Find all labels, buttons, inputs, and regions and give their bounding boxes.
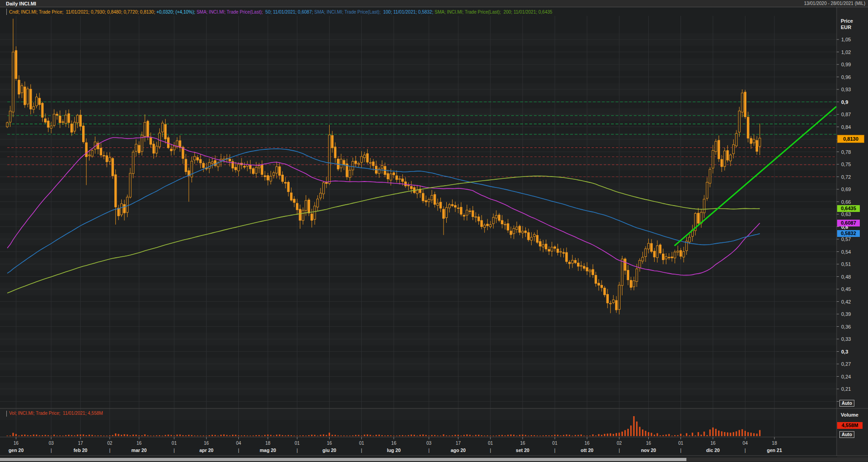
svg-text:01: 01 xyxy=(359,441,365,446)
svg-text:|: | xyxy=(490,447,491,453)
svg-text:0,72: 0,72 xyxy=(841,174,851,180)
legend-sma50-values: 50; 11/01/2021; 0,6087; xyxy=(264,10,314,15)
svg-text:02: 02 xyxy=(107,441,113,446)
svg-text:0,9: 0,9 xyxy=(841,99,848,105)
svg-text:16: 16 xyxy=(710,441,716,446)
svg-text:01: 01 xyxy=(172,441,177,446)
svg-text:apr 20: apr 20 xyxy=(199,447,213,453)
svg-text:ago 20: ago 20 xyxy=(451,447,466,453)
svg-text:16: 16 xyxy=(204,441,209,446)
svg-text:16: 16 xyxy=(646,441,651,446)
legend-sma100-name: SMA; INCI.MI; Trade Price(Last); xyxy=(314,10,382,15)
svg-text:|: | xyxy=(296,447,298,453)
svg-text:|: | xyxy=(428,447,429,453)
svg-text:0,33: 0,33 xyxy=(841,336,851,342)
svg-text:0,93: 0,93 xyxy=(841,87,851,92)
svg-text:0,57: 0,57 xyxy=(841,236,851,242)
svg-text:16: 16 xyxy=(585,441,590,446)
volume-axis-header: Volume xyxy=(841,412,858,418)
volume-pane-legend[interactable]: Vol; INCI.MI; Trade Price; 11/01/2021; 4… xyxy=(6,411,103,417)
svg-text:16: 16 xyxy=(391,441,397,446)
legend-change: +0,0320; (+4,10%); xyxy=(156,10,196,15)
svg-text:01: 01 xyxy=(552,441,558,446)
svg-text:0,75: 0,75 xyxy=(841,162,851,167)
svg-text:gen 20: gen 20 xyxy=(9,447,24,453)
svg-text:18: 18 xyxy=(772,441,777,446)
svg-text:03: 03 xyxy=(426,441,432,446)
svg-text:0,51: 0,51 xyxy=(841,261,851,267)
svg-text:|: | xyxy=(238,447,239,453)
svg-text:0,99: 0,99 xyxy=(841,62,851,67)
svg-text:|: | xyxy=(554,447,556,453)
svg-text:18: 18 xyxy=(265,441,271,446)
svg-text:gen 21: gen 21 xyxy=(767,447,782,453)
svg-text:mag 20: mag 20 xyxy=(260,447,276,453)
svg-text:16: 16 xyxy=(137,441,142,446)
svg-text:mar 20: mar 20 xyxy=(131,447,147,453)
legend-sma50-name: SMA; INCI.MI; Trade Price(Last); xyxy=(197,10,264,15)
svg-text:|: | xyxy=(680,447,681,453)
date-range: 13/01/2020 - 28/01/2021 (MIL) xyxy=(804,1,868,6)
svg-text:0,84: 0,84 xyxy=(841,124,851,130)
svg-text:16: 16 xyxy=(327,441,332,446)
svg-text:0,21: 0,21 xyxy=(841,386,851,392)
svg-text:|: | xyxy=(745,447,746,453)
svg-text:01: 01 xyxy=(488,441,493,446)
svg-text:0,63: 0,63 xyxy=(841,211,851,217)
sma100-price-tag: 0,5832 xyxy=(837,230,860,237)
svg-text:1,02: 1,02 xyxy=(841,49,851,55)
last-volume-tag: 4,558M xyxy=(837,422,863,429)
price-axis-unit: EUR xyxy=(841,24,853,30)
svg-text:0,87: 0,87 xyxy=(841,112,851,117)
page-title: Daily INCI.MI xyxy=(0,1,36,6)
svg-text:|: | xyxy=(109,447,110,453)
svg-text:set 20: set 20 xyxy=(516,447,529,453)
svg-text:0,39: 0,39 xyxy=(841,311,851,317)
legend-candle: Cndl; INCI.MI; Trade Price; 11/01/2021; … xyxy=(9,10,156,15)
chart-canvas[interactable]: 1,051,020,990,960,930,90,870,840,810,780… xyxy=(0,0,868,462)
svg-text:0,48: 0,48 xyxy=(841,274,851,280)
svg-text:01: 01 xyxy=(295,441,300,446)
svg-text:|: | xyxy=(361,447,362,453)
price-axis-header: Price EUR xyxy=(841,18,853,30)
svg-text:17: 17 xyxy=(78,441,84,446)
volume-axis-auto-button[interactable]: Auto xyxy=(839,431,854,438)
timeline-scrollbar[interactable] xyxy=(0,457,868,462)
timeline-scrollbar-thumb[interactable] xyxy=(0,458,686,461)
price-pane-legend[interactable]: Cndl; INCI.MI; Trade Price; 11/01/2021; … xyxy=(6,9,552,15)
svg-text:feb 20: feb 20 xyxy=(74,447,88,453)
svg-text:0,45: 0,45 xyxy=(841,286,851,292)
svg-text:|: | xyxy=(619,447,620,453)
svg-text:giu 20: giu 20 xyxy=(322,447,336,453)
price-axis-title: Price xyxy=(841,18,853,24)
svg-text:0,36: 0,36 xyxy=(841,324,851,329)
svg-text:04: 04 xyxy=(236,441,242,446)
legend-sma100-values: 100; 11/01/2021; 0,5832; xyxy=(382,10,434,15)
svg-text:03: 03 xyxy=(49,441,54,446)
svg-text:0,54: 0,54 xyxy=(841,249,851,255)
svg-text:16: 16 xyxy=(520,441,526,446)
sma200-price-tag: 0,6435 xyxy=(837,205,860,212)
svg-text:0,78: 0,78 xyxy=(841,149,851,155)
legend-sma200: SMA; INCI.MI; Trade Price(Last); 200; 11… xyxy=(434,10,552,15)
svg-text:0,42: 0,42 xyxy=(841,299,851,305)
svg-text:02: 02 xyxy=(616,441,622,446)
svg-text:0,69: 0,69 xyxy=(841,187,851,192)
svg-text:dic 20: dic 20 xyxy=(706,447,720,453)
last-price-tag: 0,8130 xyxy=(837,135,864,143)
svg-text:|: | xyxy=(173,447,175,453)
svg-text:0,24: 0,24 xyxy=(841,374,851,379)
svg-text:0,3: 0,3 xyxy=(841,349,848,354)
price-axis-auto-button[interactable]: Auto xyxy=(839,400,854,407)
chart-window: 1,051,020,990,960,930,90,870,840,810,780… xyxy=(0,0,868,462)
svg-text:0,27: 0,27 xyxy=(841,361,851,367)
svg-text:0,96: 0,96 xyxy=(841,74,851,80)
svg-text:16: 16 xyxy=(14,441,19,446)
svg-text:1,05: 1,05 xyxy=(841,37,851,42)
sma50-price-tag: 0,6087 xyxy=(837,220,860,226)
svg-text:01: 01 xyxy=(678,441,684,446)
svg-text:0,66: 0,66 xyxy=(841,199,851,205)
svg-text:lug 20: lug 20 xyxy=(387,447,401,453)
svg-text:nov 20: nov 20 xyxy=(641,447,656,453)
title-bar: Daily INCI.MI 13/01/2020 - 28/01/2021 (M… xyxy=(0,0,868,7)
